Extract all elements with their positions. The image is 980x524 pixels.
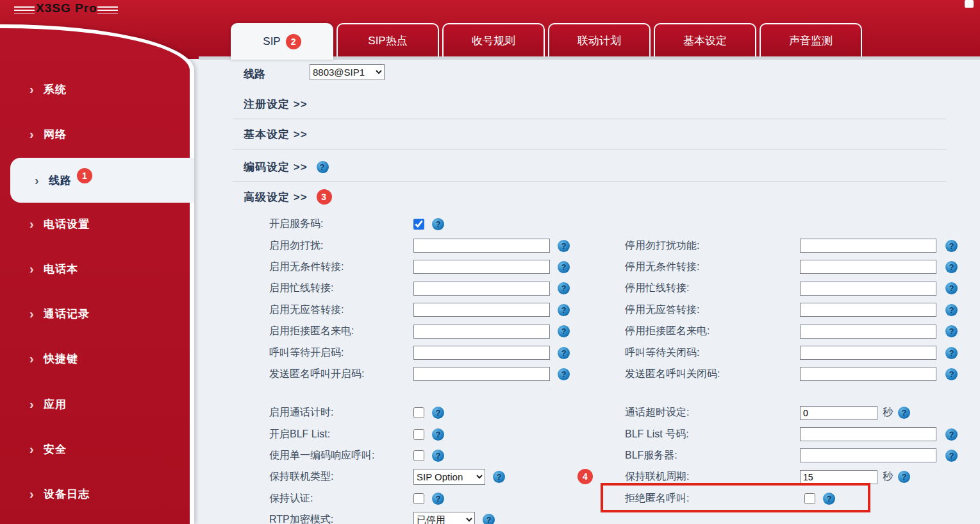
divider [233,119,947,119]
form-row: 开启服务码: ? [0,214,980,235]
line-label: 线路 [244,67,265,81]
call-timeout-input[interactable] [800,406,877,420]
help-icon[interactable]: ? [493,471,505,483]
help-icon[interactable]: ? [558,240,570,252]
line-select[interactable]: 8803@SIP1 [310,64,385,80]
section-basic-settings[interactable]: 基本设定 >> [244,127,308,142]
anonymous-rejection-on-code-input[interactable] [413,325,550,339]
help-icon[interactable]: ? [558,282,570,294]
help-icon[interactable]: ? [945,304,958,316]
form-row: 呼叫等待开启码: ? 呼叫等待关闭码: ? [0,342,980,363]
cfu-on-code-input[interactable] [413,260,550,274]
help-icon[interactable]: ? [317,161,329,173]
help-icon[interactable]: ? [823,493,835,505]
help-icon[interactable]: ? [558,261,570,273]
help-icon[interactable]: ? [945,261,958,273]
anonymous-call-on-code-input[interactable] [413,367,550,381]
advanced-form-group-1: 开启服务码: ? 启用勿打扰: ? 停用勿打扰功能: ? 启用无条件转接: ? … [0,214,980,385]
annotation-badge-3: 3 [317,189,332,205]
help-icon[interactable]: ? [558,325,570,337]
form-row: 开启BLF List: ? BLF List 号码: ? [0,423,980,444]
scrollbar-thumb[interactable] [965,0,974,8]
field-label: 启用忙线转接: [269,282,333,295]
field-label: 拒绝匿名呼叫: [625,492,689,505]
dnd-off-code-input[interactable] [800,239,936,253]
field-label: 启用拒接匿名来电: [269,325,354,338]
anonymous-rejection-off-code-input[interactable] [800,325,936,339]
section-register-settings[interactable]: 注册设定 >> [244,97,308,112]
field-label: 开启BLF List: [269,428,330,441]
advanced-form-group-2: 启用通话计时: ? 通话超时设定: 秒 ? 开启BLF List: ? [0,402,980,524]
cfb-on-code-input[interactable] [413,282,550,296]
field-label: 启用通话计时: [269,406,333,419]
keepalive-type-select[interactable]: SIP Option [413,469,485,485]
field-label: 停用勿打扰功能: [625,239,699,253]
field-label: 保持联机类型: [269,470,333,484]
keep-auth-checkbox[interactable] [413,493,424,504]
form-row: 启用勿打扰: ? 停用勿打扰功能: ? [0,235,980,256]
field-label: BLF服务器: [625,449,677,462]
service-code-checkbox[interactable] [413,219,424,230]
field-label: 通话超时设定: [625,406,689,419]
form-row: RTP加密模式: 已停用 ? [0,509,980,524]
dnd-on-code-input[interactable] [413,239,550,253]
help-icon[interactable]: ? [945,450,958,462]
form-row: 使用单一编码响应呼叫: ? BLF服务器: ? [0,445,980,466]
call-waiting-on-code-input[interactable] [413,346,550,360]
field-label: 发送匿名呼叫关闭码: [625,368,720,381]
reject-anonymous-checkbox[interactable] [804,493,815,504]
help-icon[interactable]: ? [432,493,444,505]
blf-server-input[interactable] [800,448,936,462]
field-label: 开启服务码: [269,217,323,231]
cfu-off-code-input[interactable] [800,260,936,274]
brand-logo: X3SG Pro [36,1,97,15]
form-row: 启用无应答转接: ? 停用无应答转接: ? [0,300,980,321]
anonymous-call-off-code-input[interactable] [800,367,936,381]
help-icon[interactable]: ? [558,368,570,380]
help-icon[interactable]: ? [945,282,958,294]
help-icon[interactable]: ? [558,347,570,359]
section-label: 编码设定 >> [244,160,308,174]
section-label: 基本设定 >> [244,127,308,142]
cfb-off-code-input[interactable] [800,282,936,296]
help-icon[interactable]: ? [432,407,444,419]
help-icon[interactable]: ? [945,240,958,252]
unit-label: 秒 [883,406,893,419]
help-icon[interactable]: ? [945,368,958,380]
cfna-on-code-input[interactable] [413,303,550,317]
rtp-encryption-select[interactable]: 已停用 [413,512,475,524]
form-row: 启用通话计时: ? 通话超时设定: 秒 ? [0,402,980,423]
field-label: 停用无条件转接: [625,260,699,274]
section-codec-settings[interactable]: 编码设定 >> ? [244,160,329,174]
blf-list-checkbox[interactable] [413,429,424,440]
field-label: 启用无条件转接: [269,260,344,274]
field-label: 保持联机周期: [625,470,689,484]
call-waiting-off-code-input[interactable] [800,346,936,360]
form-row: 发送匿名呼叫开启码: ? 发送匿名呼叫关闭码: ? [0,364,980,385]
field-label: 停用忙线转接: [625,282,689,295]
help-icon[interactable]: ? [898,407,910,419]
phone-admin-page: X3SG Pro › 系统 › 网络 › 线路 1 › 电话设置 › 电话本 ›… [0,0,980,524]
annotation-badge-4: 4 [577,469,593,484]
call-timer-checkbox[interactable] [413,407,424,418]
help-icon[interactable]: ? [945,325,958,337]
help-icon[interactable]: ? [432,428,444,441]
blf-list-number-input[interactable] [800,427,936,441]
unit-label: 秒 [883,470,893,484]
help-icon[interactable]: ? [432,218,444,230]
form-row: 启用无条件转接: ? 停用无条件转接: ? [0,257,980,278]
help-icon[interactable]: ? [483,514,495,524]
single-codec-checkbox[interactable] [413,450,424,461]
help-icon[interactable]: ? [558,304,570,316]
help-icon[interactable]: ? [898,471,910,483]
sip-settings-pane: 线路 8803@SIP1 注册设定 >> 基本设定 >> 编码设定 >> ? 高… [0,0,980,524]
help-icon[interactable]: ? [945,428,958,441]
field-label: 呼叫等待关闭码: [625,346,699,360]
keepalive-period-input[interactable] [800,470,877,484]
help-icon[interactable]: ? [945,347,958,359]
cfna-off-code-input[interactable] [800,303,936,317]
field-label: 启用无应答转接: [269,303,344,317]
help-icon[interactable]: ? [432,450,444,462]
section-advanced-settings[interactable]: 高级设定 >> 3 [244,189,332,205]
divider [233,149,947,149]
